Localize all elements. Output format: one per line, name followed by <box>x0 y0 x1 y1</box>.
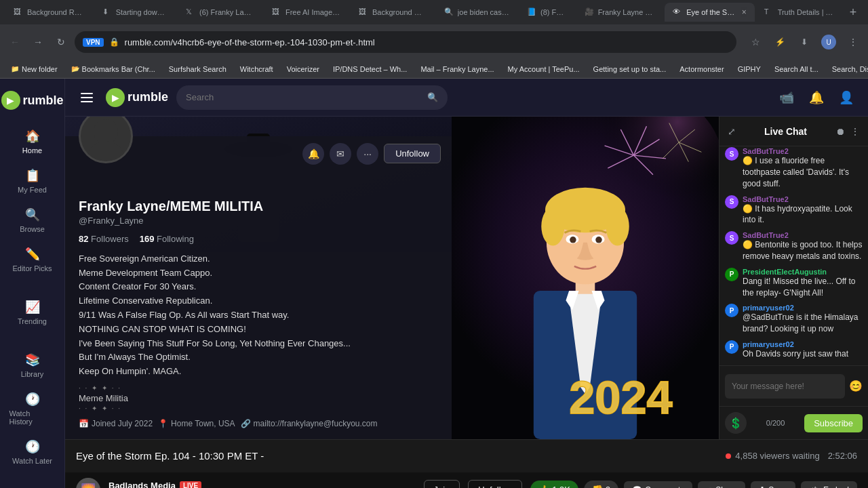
address-bar[interactable]: VPN 🔒 rumble.com/v4hcrb6-eye-of-the-stor… <box>75 31 736 53</box>
tab-6[interactable]: 🔍 joe biden casual - Goo... <box>436 3 517 22</box>
sidebar-item-watchlater[interactable]: 🕐 Watch Later <box>5 434 60 470</box>
user-circle-button[interactable]: 👤 <box>835 87 857 108</box>
tab-favicon-3: 𝕏 <box>186 7 195 17</box>
tab-title-8: Franky Layne Production... <box>598 8 656 16</box>
bookmark-searchall[interactable]: Search All t... <box>769 64 824 75</box>
msg-username: SadButTrue2 <box>743 231 863 239</box>
bookmark-voicerizer[interactable]: Voicerizer <box>281 64 325 75</box>
search-input[interactable] <box>186 92 422 102</box>
message-icon-btn[interactable]: ✉ <box>330 143 351 165</box>
tab-1[interactable]: 🖼 Background Remover Sc... <box>5 3 93 22</box>
profile-overlay: ⛶ + 🔔 ✉ ··· Unfollow <box>65 136 452 439</box>
tab-7[interactable]: 📘 (8) Facebook <box>519 3 575 22</box>
bookmark-actormonster[interactable]: Actormonster <box>674 64 729 75</box>
forward-button[interactable]: → <box>28 33 47 52</box>
embed-button[interactable]: </> Embed <box>801 481 857 489</box>
comments-icon: 💬 <box>632 485 642 489</box>
notification-icon-btn[interactable]: 🔔 <box>302 143 324 165</box>
msg-avatar: P <box>725 304 738 317</box>
sidebar-item-editorpicks[interactable]: ✏️ Editor Picks <box>5 241 60 278</box>
tab-4[interactable]: 🖼 Free AI Image Upscaler ... <box>264 3 349 22</box>
channel-unfollow-button[interactable]: Unfollow <box>468 480 522 488</box>
sidebar-item-watchhistory[interactable]: 🕐 Watch History <box>5 386 60 431</box>
tab-10[interactable]: T Truth Details | Truth Soci... <box>756 3 842 22</box>
tab-2[interactable]: ⬇ Starting download— re... <box>94 3 176 22</box>
viewer-info: 4,858 viewers waiting <box>726 451 819 461</box>
new-tab-button[interactable]: + <box>844 3 863 22</box>
subscribe-button[interactable]: Subscribe <box>804 414 863 432</box>
comments-button[interactable]: 💬 Comments <box>624 481 692 489</box>
bookmark-mail[interactable]: Mail – Franky Layne... <box>415 64 499 75</box>
msg-username: primaryuser02 <box>743 340 863 348</box>
chat-message-input[interactable] <box>725 374 845 399</box>
msg-username: SadButTrue2 <box>743 195 863 203</box>
browser-chrome: 🖼 Background Remover Sc... ⬇ Starting do… <box>0 0 868 60</box>
sidebar-library-label: Library <box>21 370 44 378</box>
svg-point-9 <box>87 141 125 160</box>
chat-expand-icon[interactable]: ⤢ <box>728 126 736 137</box>
rumble-brand[interactable]: ▶ rumble <box>0 85 65 115</box>
bookmark-bookmarks-bar[interactable]: 📂Bookmarks Bar (Chr... <box>66 64 161 75</box>
bookmark-giphy[interactable]: GIPHY <box>732 64 766 75</box>
rumble-header-logo[interactable]: ▶ rumble <box>106 88 168 107</box>
tab-5[interactable]: 🖼 Background Remover | ... <box>351 3 435 22</box>
channel-info: Badlands Media LIVE 159K followers <box>108 481 416 488</box>
tab-9-active[interactable]: 👁 Eye of the Storm Ep. 1... × <box>665 3 754 22</box>
tab-favicon-6: 🔍 <box>444 7 454 17</box>
back-button[interactable]: ← <box>5 33 24 52</box>
tab-close-9[interactable]: × <box>742 7 747 17</box>
bookmark-star-button[interactable]: ☆ <box>746 33 765 52</box>
tab-8[interactable]: 🎥 Franky Layne Production... <box>576 3 664 22</box>
msg-username: SadButTrue2 <box>743 147 863 155</box>
militia-text-1: · · ✦ ✦ · · <box>79 384 438 392</box>
sidebar-item-library[interactable]: 📚 Library <box>5 347 60 384</box>
refresh-button[interactable]: ↻ <box>52 33 71 52</box>
video-title: Eye of the Storm Ep. 104 - 10:30 PM ET - <box>76 450 717 462</box>
sidebar-item-trending[interactable]: 📈 Trending <box>5 294 60 331</box>
share-button[interactable]: ↗ Share <box>698 481 745 489</box>
bookmark-searchdiscover[interactable]: Search, Discover, Sh... <box>827 64 868 75</box>
bookmark-surfshark[interactable]: Surfshark Search <box>163 64 232 75</box>
dislike-button[interactable]: 👎 9 <box>584 481 618 488</box>
chat-title: Live Chat <box>741 126 830 137</box>
browse-icon: 🔍 <box>25 207 40 222</box>
bio-line-2: Meme Development Team Cappo. <box>79 266 438 281</box>
chat-record-icon[interactable]: ⏺ <box>835 126 845 137</box>
more-dots-btn[interactable]: ··· <box>357 143 378 165</box>
channel-name: Badlands Media LIVE <box>108 481 416 488</box>
profile-unfollow-button[interactable]: Unfollow <box>384 144 441 163</box>
msg-text: Oh Davids sorry just saw that <box>743 348 863 360</box>
msg-content: SadButTrue2 🟡 It has hydroxyapatite. Loo… <box>743 195 863 226</box>
search-bar[interactable]: 🔍 <box>176 85 448 110</box>
extension-button[interactable]: ⚡ <box>770 33 789 52</box>
sidebar-item-browse[interactable]: 🔍 Browse <box>5 202 60 239</box>
bookmark-gettingset[interactable]: Getting set up to sta... <box>588 64 672 75</box>
msg-content: SadButTrue2 🟡 I use a fluoride free toot… <box>743 147 863 189</box>
bookmark-new-folder[interactable]: 📁New folder <box>5 64 63 75</box>
bookmark-myaccount[interactable]: My Account | TeePu... <box>502 64 585 75</box>
bookmark-witchcraft[interactable]: Witchcraft <box>235 64 279 75</box>
save-button[interactable]: ⬇ Save <box>751 481 795 489</box>
chat-more-icon[interactable]: ⋮ <box>850 126 860 137</box>
like-button[interactable]: 👍 1.9K <box>530 481 578 488</box>
tab-3[interactable]: 𝕏 (6) Franky Layne/Meme... <box>178 3 262 22</box>
live-chat-panel: ⤢ Live Chat ⏺ ⋮ P primaryuser02 saw/got … <box>719 117 868 439</box>
join-button[interactable]: Join <box>424 480 460 488</box>
video-camera-button[interactable]: 📹 <box>776 87 797 108</box>
emoji-picker-button[interactable]: 😊 <box>849 380 863 392</box>
more-options-button[interactable]: ⋮ <box>844 33 863 52</box>
rumble-logo: ▶ rumble <box>1 91 64 110</box>
msg-text: 🟡 It has hydroxyapatite. Look into it. <box>743 203 863 226</box>
sidebar-item-home[interactable]: 🏠 Home <box>5 123 60 160</box>
sidebar-item-myfeed[interactable]: 📋 My Feed <box>5 163 60 199</box>
profile-button[interactable]: U <box>819 33 838 52</box>
bookmark-ipdns[interactable]: IP/DNS Detect – Wh... <box>328 64 412 75</box>
live-badge: LIVE <box>180 481 201 488</box>
chat-message-item: P PresidentElectAugustin Dang it! Missed… <box>725 268 863 299</box>
hamburger-button[interactable] <box>76 87 98 108</box>
download-button[interactable]: ⬇ <box>795 33 814 52</box>
chat-message-item: P primaryuser02 Oh Davids sorry just saw… <box>725 340 863 360</box>
notification-bell-button[interactable]: 🔔 <box>806 87 827 108</box>
joined-meta: 📅 Joined July 2022 <box>79 419 153 428</box>
trending-icon: 📈 <box>25 300 40 314</box>
